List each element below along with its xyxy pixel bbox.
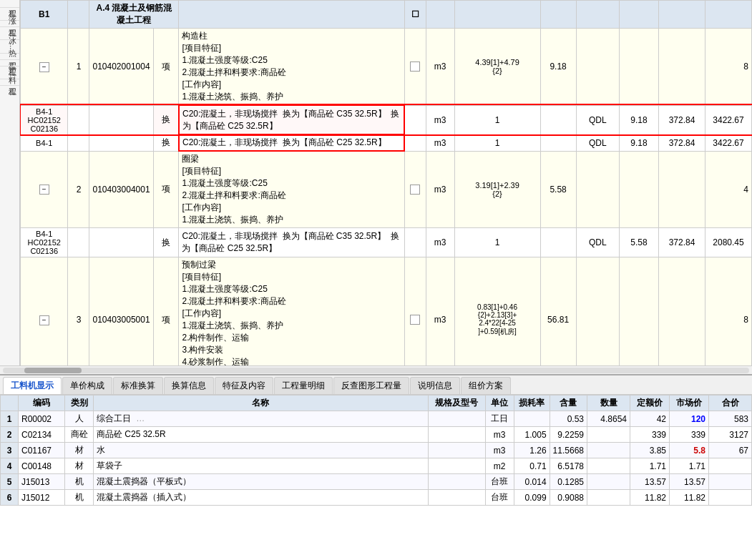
cell-b1: B4-1 HC02152C02136 <box>21 228 68 257</box>
sidebar-item-4[interactable]: 冰... <box>0 27 19 40</box>
table-row[interactable]: − 2 010403004001 项 圈梁 [项目特征] 1.混凝土强度等级:C… <box>21 151 752 228</box>
table-row[interactable]: − 1 010402001004 项 构造柱 [项目特征] 1.混凝土强度等级:… <box>21 29 752 106</box>
cell-amount: 3422.67 <box>705 105 752 134</box>
cell-qdl <box>576 29 619 106</box>
cell-fixed-price: 1.71 <box>630 458 670 474</box>
cell-price <box>620 151 659 228</box>
col-header-code: A.4 混凝土及钢筋混凝土工程 <box>89 1 179 29</box>
cell-amount <box>709 458 752 474</box>
sidebar-item-9[interactable]: 工程 <box>0 79 19 86</box>
col-header-name: 名称 <box>94 396 429 411</box>
sidebar-item-7[interactable]: 工程 <box>0 60 19 67</box>
cell-unit: m3 <box>426 151 454 228</box>
cell-amount <box>659 151 705 228</box>
cell-fixed-price: 339 <box>630 427 670 443</box>
list-item[interactable]: 2 C02134 商砼 商品砼 C25 32.5R m3 1.005 9.225… <box>1 427 752 443</box>
cell-amount <box>659 257 705 366</box>
minus-btn[interactable]: − <box>39 315 49 325</box>
cell-type: 机 <box>65 474 94 490</box>
col-header-b1: B1 <box>21 1 68 29</box>
cell-extra: 8 <box>705 29 752 106</box>
main-container: 工程 涨... 工程 冰... 热... 工程 工程 料... 工程 B1 A.… <box>0 0 752 560</box>
cell-qty <box>587 427 630 443</box>
tab-huansuan[interactable]: 换算信息 <box>164 377 214 394</box>
sidebar-item-6[interactable]: 工程 <box>0 54 19 60</box>
cell-spec <box>428 427 485 443</box>
table-row[interactable]: B4-1 HC02152C02136 换 C20:混凝土，非现场搅拌 换为【商品… <box>21 105 752 134</box>
bottom-table-wrapper[interactable]: 编码 类别 名称 规格及型号 单位 损耗率 含量 数量 定额价 市场价 合价 <box>0 395 752 560</box>
cell-amount: 3127 <box>709 427 752 443</box>
cell-b1: − <box>21 151 68 228</box>
tab-biaozhun[interactable]: 标准换算 <box>113 377 163 394</box>
cell-qty <box>587 458 630 474</box>
list-item[interactable]: 5 J15013 机 混凝土震捣器（平板式） 台班 0.014 0.1285 1… <box>1 474 752 490</box>
checkbox[interactable] <box>410 62 420 72</box>
list-item[interactable]: 3 C01167 材 水 m3 1.26 11.5668 3.85 5.8 67 <box>1 443 752 458</box>
sidebar-item-2[interactable]: 涨... <box>0 8 19 21</box>
col-header-market-price: 市场价 <box>670 396 709 411</box>
col-header-qty <box>454 1 540 29</box>
cell-qty: 1 <box>454 228 540 257</box>
list-item[interactable]: 6 J15012 机 混凝土震捣器（插入式） 台班 0.099 0.9088 1… <box>1 490 752 506</box>
list-item[interactable]: 4 C00148 材 草袋子 m2 0.71 6.5178 1.71 1.71 <box>1 458 752 474</box>
cell-loss <box>514 411 550 427</box>
col-header-qty: 数量 <box>587 396 630 411</box>
main-table-wrapper[interactable]: B1 A.4 混凝土及钢筋混凝土工程 ☐ <box>20 0 752 365</box>
table-row[interactable]: − 3 010403005001 项 预制过梁 [项目特征] 1.混凝土强度等级… <box>21 257 752 366</box>
minus-btn[interactable]: − <box>39 62 49 72</box>
cell-rownum: 3 <box>1 443 19 458</box>
tab-danjia[interactable]: 单价构成 <box>62 377 112 394</box>
cell-market-price: 5.8 <box>670 443 709 458</box>
content-area: 工程 涨... 工程 冰... 热... 工程 工程 料... 工程 B1 A.… <box>0 0 752 365</box>
cell-name: 构造柱 [项目特征] 1.混凝土强度等级:C25 2.混凝土拌和料要求:商品砼 … <box>179 29 404 106</box>
table-row[interactable]: B4-1 HC02152C02136 换 C20:混凝土，非现场搅拌 换为【商品… <box>21 228 752 257</box>
col-header-num <box>68 1 89 29</box>
cell-amount: 583 <box>709 411 752 427</box>
tab-gonglianji[interactable]: 工料机显示 <box>3 377 62 394</box>
cell-qdl: QDL <box>576 134 619 151</box>
cell-qty: 4.39[1]+4.79{2} <box>454 29 540 106</box>
cell-name: 综合工日 … <box>94 411 429 427</box>
cell-num: 2 <box>68 151 89 228</box>
scrollbar-thumb[interactable] <box>24 368 82 373</box>
cell-total: 5.58 <box>540 151 576 228</box>
tab-tezheng[interactable]: 特征及内容 <box>215 377 273 394</box>
sidebar-item-3[interactable]: 工程 <box>0 21 19 27</box>
cell-price2: 372.84 <box>659 228 705 257</box>
cell-unit: m3 <box>485 427 514 443</box>
sidebar-item-8[interactable]: 料... <box>0 67 19 79</box>
sidebar-item-1[interactable]: 工程 <box>0 1 19 8</box>
tab-zuhe[interactable]: 组价方案 <box>461 377 511 394</box>
cell-type: 换 <box>154 228 179 257</box>
tab-fanchatu[interactable]: 反查图形工程量 <box>333 377 409 394</box>
cell-check[interactable] <box>404 257 426 366</box>
sidebar-item-5[interactable]: 热... <box>0 40 19 53</box>
cell-check[interactable] <box>404 151 426 228</box>
minus-btn[interactable]: − <box>39 185 49 195</box>
table-row[interactable]: B4-1 换 C20:混凝土，非现场搅拌 换为【商品砼 C25 32.5R】 m… <box>21 134 752 151</box>
cell-type: 换 <box>154 134 179 151</box>
col-header-type: 类别 <box>65 396 94 411</box>
col-header-total <box>540 1 576 29</box>
cell-unit: 工日 <box>485 411 514 427</box>
cell-name: 混凝土震捣器（平板式） <box>94 474 429 490</box>
ellipsis-icon[interactable]: … <box>136 413 145 423</box>
col-header-loss: 损耗率 <box>514 396 550 411</box>
tab-shuoming[interactable]: 说明信息 <box>410 377 460 394</box>
list-item[interactable]: 1 R00002 人 综合工日 … 工日 0.53 4.8654 42 <box>1 411 752 427</box>
cell-spec <box>428 411 485 427</box>
cell-code <box>89 105 154 134</box>
left-sidebar: 工程 涨... 工程 冰... 热... 工程 工程 料... 工程 <box>0 0 20 365</box>
cell-name: 草袋子 <box>94 458 429 474</box>
cell-unit: m3 <box>426 134 454 151</box>
cell-total: 9.18 <box>540 29 576 106</box>
cell-type: 项 <box>154 29 179 106</box>
checkbox[interactable] <box>410 185 420 195</box>
cell-name: C20:混凝土，非现场搅拌 换为【商品砼 C35 32.5R】 换为【商品砼 C… <box>179 228 404 257</box>
cell-qdl <box>576 257 619 366</box>
main-table: B1 A.4 混凝土及钢筋混凝土工程 ☐ <box>20 0 752 365</box>
checkbox[interactable] <box>410 315 420 325</box>
tab-gongliang[interactable]: 工程量明细 <box>274 377 333 394</box>
cell-check[interactable] <box>404 29 426 106</box>
horizontal-scrollbar[interactable] <box>0 365 752 374</box>
